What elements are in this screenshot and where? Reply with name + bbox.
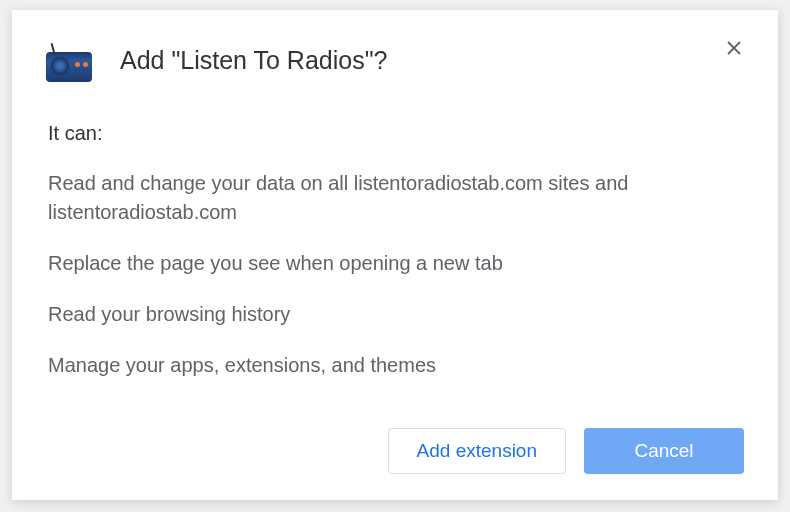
permissions-preamble: It can: — [48, 122, 744, 145]
permission-item: Manage your apps, extensions, and themes — [48, 351, 744, 380]
close-icon — [726, 40, 742, 56]
extension-install-dialog: Add "Listen To Radios"? It can: Read and… — [12, 10, 778, 500]
permission-item: Read and change your data on all listent… — [48, 169, 744, 227]
permission-item: Read your browsing history — [48, 300, 744, 329]
cancel-button[interactable]: Cancel — [584, 428, 744, 474]
dialog-title: Add "Listen To Radios"? — [120, 38, 387, 75]
permission-item: Replace the page you see when opening a … — [48, 249, 744, 278]
dialog-body: It can: Read and change your data on all… — [46, 122, 744, 420]
close-button[interactable] — [720, 34, 748, 62]
extension-icon — [46, 44, 92, 82]
dialog-header: Add "Listen To Radios"? — [46, 38, 744, 82]
add-extension-button[interactable]: Add extension — [388, 428, 566, 474]
dialog-actions: Add extension Cancel — [46, 428, 744, 474]
